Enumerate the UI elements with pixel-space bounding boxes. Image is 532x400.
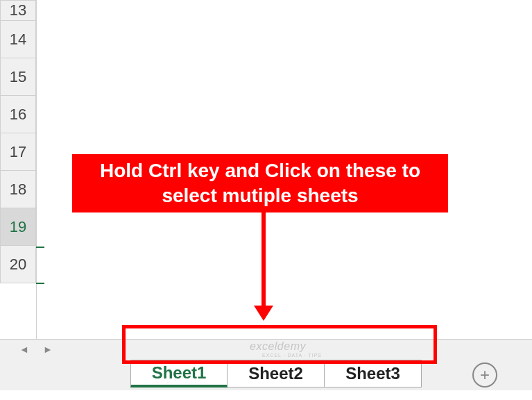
row-header[interactable]: 20 [0,246,36,283]
row-header[interactable]: 17 [0,133,36,171]
watermark-text: exceldemy [250,340,306,353]
row-header[interactable]: 15 [0,58,36,96]
sheet-tab-sheet2[interactable]: Sheet2 [228,360,325,388]
row-header[interactable]: 13 [0,0,36,21]
selected-cell-edge [36,247,44,284]
scroll-left-icon[interactable]: ◄ [15,340,33,358]
row-header[interactable]: 16 [0,96,36,133]
row-header-selected[interactable]: 19 [0,208,36,246]
sheet-tab-sheet3[interactable]: Sheet3 [325,360,422,388]
callout-text: Hold Ctrl key and Click on these to sele… [78,158,443,209]
instruction-callout: Hold Ctrl key and Click on these to sele… [72,154,448,212]
row-headers-column: 13 14 15 16 17 18 19 20 [0,0,36,283]
sheet-tab-sheet1[interactable]: Sheet1 [130,360,228,388]
add-sheet-button[interactable]: + [472,362,497,388]
callout-arrow-icon [261,212,266,310]
scroll-right-icon[interactable]: ► [39,340,57,358]
watermark-subtext: EXCEL · DATA · TIPS [262,353,322,358]
row-header[interactable]: 14 [0,21,36,58]
grid-edge [36,0,37,340]
row-header[interactable]: 18 [0,171,36,208]
sheet-tabs-row: Sheet1 Sheet2 Sheet3 [0,358,532,390]
tab-nav-spacer [0,358,130,390]
plus-icon: + [480,365,490,385]
